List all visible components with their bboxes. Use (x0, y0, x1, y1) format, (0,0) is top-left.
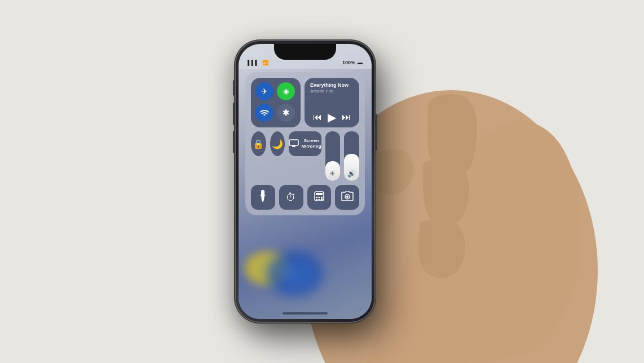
cc-shortcuts-row: ⏱ (251, 185, 359, 210)
airplane-icon: ✈ (261, 87, 268, 96)
track-artist: Arcade Fire (310, 88, 354, 94)
cellular-icon: ◉ (283, 87, 289, 95)
next-track-button[interactable]: ⏭ (342, 113, 351, 122)
portrait-lock-button[interactable]: 🔒 (251, 131, 266, 156)
svg-rect-1 (289, 140, 298, 145)
now-playing-info: Everything Now Arcade Fire (310, 82, 354, 94)
volume-icon: 🔊 (347, 170, 356, 178)
svg-rect-9 (316, 199, 317, 200)
airplane-mode-button[interactable]: ✈ (255, 82, 274, 100)
status-right-group: 100% ▬ (342, 60, 363, 65)
svg-rect-10 (318, 199, 320, 200)
bluetooth-icon: ✱ (283, 108, 289, 117)
volume-slider[interactable]: 🔊 (344, 131, 359, 181)
previous-track-button[interactable]: ⏮ (313, 113, 322, 122)
flashlight-icon (259, 190, 266, 205)
wallpaper-blob-blue (267, 251, 323, 296)
bluetooth-button[interactable]: ✱ (277, 104, 295, 122)
connectivity-block: ✈ ◉ (251, 78, 301, 127)
play-pause-button[interactable]: ▶ (328, 112, 336, 123)
now-playing-block: Everything Now Arcade Fire ⏮ ▶ ⏭ (305, 78, 359, 127)
calculator-icon (314, 191, 324, 203)
camera-icon (341, 191, 354, 204)
iphone-device: ▌▌▌ 📶 100% ▬ ✈ (235, 41, 375, 322)
track-title: Everything Now (310, 82, 354, 88)
battery-percentage: 100% (342, 60, 355, 65)
brightness-icon: ☀ (329, 170, 336, 178)
timer-button[interactable]: ⏱ (279, 185, 303, 210)
camera-button[interactable] (335, 185, 359, 210)
iphone-screen: ▌▌▌ 📶 100% ▬ ✈ (239, 44, 372, 319)
iphone-body: ▌▌▌ 📶 100% ▬ ✈ (235, 41, 375, 322)
notch (274, 44, 336, 60)
moon-icon: 🌙 (272, 139, 283, 149)
screen-mirroring-button[interactable]: ScreenMirroring (289, 131, 321, 156)
cc-row-1: ✈ ◉ (251, 78, 359, 127)
timer-icon: ⏱ (286, 192, 296, 203)
calculator-button[interactable] (307, 185, 332, 210)
battery-icon: ▬ (358, 60, 363, 65)
cellular-button[interactable]: ◉ (277, 82, 295, 100)
svg-point-13 (346, 196, 349, 198)
volume-up-button[interactable] (233, 103, 235, 125)
power-button[interactable] (375, 114, 377, 150)
svg-rect-5 (316, 193, 323, 195)
svg-rect-11 (321, 198, 323, 200)
wifi-icon: 📶 (262, 60, 268, 65)
cellular-bars: ▌▌▌ (248, 60, 259, 65)
wifi-button[interactable] (255, 104, 274, 122)
signal-strength: ▌▌▌ 📶 (248, 60, 268, 65)
svg-rect-7 (318, 197, 320, 198)
brightness-slider[interactable]: ☀ (325, 131, 341, 181)
do-not-disturb-button[interactable]: 🌙 (270, 131, 285, 156)
silent-switch[interactable] (233, 80, 235, 96)
svg-rect-6 (316, 197, 317, 198)
scene: ▌▌▌ 📶 100% ▬ ✈ (0, 0, 644, 363)
home-indicator (283, 312, 328, 315)
control-center: ✈ ◉ (245, 72, 365, 215)
cc-row-2: 🔒 🌙 (251, 131, 359, 181)
screen-mirror-icon (289, 139, 299, 149)
volume-down-button[interactable] (233, 131, 235, 153)
media-controls: ⏮ ▶ ⏭ (310, 112, 354, 123)
portrait-lock-icon: 🔒 (253, 139, 264, 149)
screen-mirror-label: ScreenMirroring (301, 138, 321, 149)
svg-rect-8 (321, 197, 323, 198)
wifi-symbol (260, 109, 269, 117)
flashlight-button[interactable] (251, 185, 275, 210)
